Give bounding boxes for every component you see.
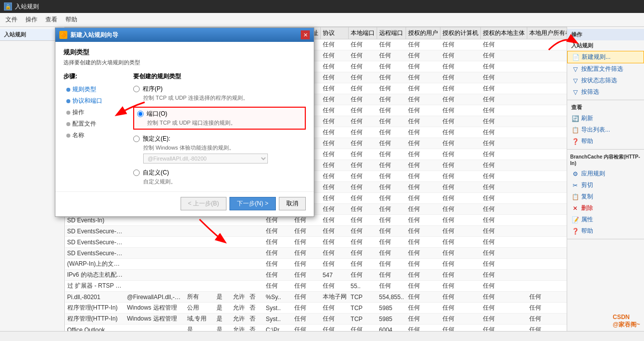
table-cell: 任何 [406,182,440,193]
radio-custom-desc: 自定义规则。 [133,178,306,185]
table-cell: 任何 [527,303,567,314]
table-cell: 任何 [406,270,440,281]
col-auth-local[interactable]: 授权的本地主体 [481,27,527,39]
copy-icon: 📋 [571,193,579,201]
table-cell: 是 [215,303,231,314]
table-cell: 本地子网 [321,292,349,303]
menu-help[interactable]: 帮助 [62,14,81,25]
apply-rule-icon: ⚙ [571,170,579,178]
table-cell: 任何 [481,50,527,61]
dialog-right-title: 要创建的规则类型 [133,72,306,81]
table-row[interactable]: 程序管理(HTTP-In)Windows 远程管理公用是允许否Syst..任何任… [65,303,567,314]
table-cell [527,116,567,127]
table-cell: Windows 远程管理 [125,303,185,314]
view-section: 查看 🔄 刷新 📋 导出列表... ❓ 帮助 [567,100,644,150]
table-cell [527,160,567,171]
col-local-port[interactable]: 本地端口 [349,27,377,39]
refresh-item[interactable]: 🔄 刷新 [567,113,644,124]
table-row[interactable]: SD EventsSecure-In)任何任何任何任何任何任何任何任何 [65,226,567,237]
radio-custom-input[interactable] [133,170,140,176]
dialog-close-button[interactable]: ✕ [301,30,310,39]
radio-program-input[interactable] [133,86,140,92]
table-cell: 任何 [440,248,481,259]
next-button[interactable]: 下一步(N) > [229,197,276,210]
table-cell: 任何 [377,94,406,105]
col-local-owner[interactable]: 本地用户所有者 [527,27,567,39]
menu-action[interactable]: 操作 [22,14,41,25]
export-item[interactable]: 📋 导出列表... [567,124,644,136]
table-cell: 任何 [481,292,527,303]
table-cell: 554,855.. [377,292,406,303]
menu-file[interactable]: 文件 [2,14,21,25]
back-button[interactable]: < 上一步(B) [181,197,226,210]
table-cell: 任何 [440,215,481,226]
table-cell [527,204,567,215]
table-cell: 任何 [321,204,349,215]
table-cell: 否 [247,314,264,325]
table-cell: 任何 [440,259,481,270]
radio-port-label[interactable]: 端口(O) [137,110,302,118]
new-rule-dialog: 🔶 新建入站规则向导 ✕ 规则类型 选择要创建的防火墙规则的类型 步骤: 规则类… [55,27,314,217]
watermark: CSDN @家吞阁~ [613,314,640,329]
menu-view[interactable]: 查看 [42,14,61,25]
help-item[interactable]: ❓ 帮助 [567,225,644,237]
table-cell [527,171,567,182]
table-row[interactable]: (WARP-In)上的文件和打印任何任何任何任何任何任何任何任何 [65,259,567,270]
table-cell: TCP [349,314,377,325]
cut-item[interactable]: ✂ 剪切 [567,179,644,191]
table-row[interactable]: SD EventsSecure-In)任何任何任何任何任何任何任何任何 [65,237,567,248]
help-view-item[interactable]: ❓ 帮助 [567,136,644,147]
radio-predefined-label[interactable]: 预定义(E): [133,135,306,143]
table-cell: 任何 [481,248,527,259]
table-cell: 允许 [231,314,247,325]
table-cell: 程序管理(HTTP-In) [65,314,125,325]
table-row[interactable]: Office Outlook是是允许否C:\Pr..任何任何任何6004任何任何… [65,325,567,332]
watermark-line2: @家吞阁~ [613,321,640,329]
table-row[interactable]: IPv6 的动态主机配置协议(任何任何547任何任何任何任何任何 [65,270,567,281]
table-cell: 任何 [440,50,481,61]
table-cell: 任何 [481,226,527,237]
step-bullet-5 [66,134,70,138]
radio-program-label[interactable]: 程序(P) [133,85,306,93]
step-label-4: 配置文件 [72,120,96,128]
radio-predefined-input[interactable] [133,136,140,142]
table-cell [527,149,567,160]
cancel-button[interactable]: 取消 [279,197,306,210]
table-row[interactable]: 程序管理(HTTP-In)Windows 远程管理域,专用是允许否Syst..任… [65,314,567,325]
col-remote-port[interactable]: 远程端口 [377,27,406,39]
filter-item[interactable]: ▽ 按筛选 [567,86,644,98]
table-cell: 任何 [440,138,481,149]
col-protocol[interactable]: 协议 [321,27,349,39]
table-cell [215,226,231,237]
table-row[interactable]: Pi.dll,-80201@FirewallAPI.dll,-80200所有是允… [65,292,567,303]
filter-state-item[interactable]: ▽ 按状态志筛选 [567,75,644,86]
step-protocol[interactable]: 协议和端口 [63,95,133,107]
table-cell [247,281,264,292]
col-auth-computer[interactable]: 授权的计算机 [440,27,481,39]
table-cell [527,248,567,259]
radio-custom-label[interactable]: 自定义(C) [133,169,306,177]
table-cell: 任何 [292,259,321,270]
title-bar: 🔒 入站规则 [0,0,644,13]
window-icon: 🔒 [4,2,12,10]
delete-item[interactable]: ✕ 删除 [567,202,644,214]
table-row[interactable]: SD EventsSecure-In)任何任何任何任何任何任何任何任何 [65,248,567,259]
cut-icon: ✂ [571,181,579,189]
new-rule-item[interactable]: 📄 新建规则... [567,51,644,63]
step-name: 名称 [63,130,133,141]
table-cell: 公用 [185,303,215,314]
copy-item[interactable]: 📋 复制 [567,191,644,202]
apply-rule-item[interactable]: ⚙ 应用规则 [567,168,644,179]
predefined-dropdown[interactable]: @FirewallAPI.dll,-80200 [143,154,268,164]
table-cell: 任何 [349,325,377,332]
table-cell: 任何 [440,127,481,138]
properties-item[interactable]: 📝 属性 [567,214,644,225]
table-cell [125,237,185,248]
table-cell: 任何 [481,160,527,171]
table-cell: 任何 [321,171,349,182]
table-cell: 任何 [321,83,349,94]
filter-profile-item[interactable]: ▽ 按配置文件筛选 [567,63,644,75]
col-auth-user[interactable]: 授权的用户 [406,27,440,39]
table-row[interactable]: 过 扩展器 - RTSP (TCP-I任何任何任何55..任何任何任何任何 [65,281,567,292]
radio-port-input[interactable] [137,111,144,117]
